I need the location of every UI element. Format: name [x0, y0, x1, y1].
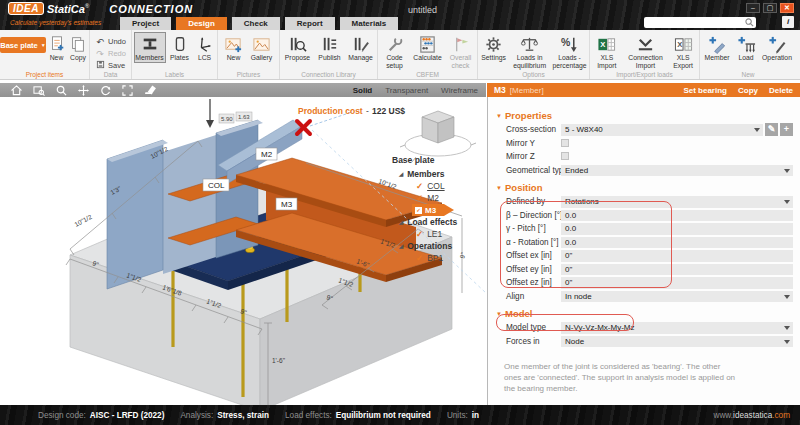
- settings-button[interactable]: Settings: [479, 32, 508, 63]
- info-button[interactable]: i: [782, 16, 794, 28]
- new-project-item-button[interactable]: New: [47, 32, 66, 63]
- members-labels-button[interactable]: Members: [134, 32, 166, 63]
- group-connection-library: Propose Publish Manage Connection Librar…: [280, 30, 378, 79]
- zoom-window-icon[interactable]: [33, 85, 45, 96]
- view-mode-transparent[interactable]: Transparent: [385, 86, 428, 95]
- flags-icon: [451, 34, 470, 54]
- forces-in-dropdown[interactable]: Node: [561, 336, 793, 348]
- tab-materials[interactable]: Materials: [340, 17, 399, 30]
- ribbon-tabs: Project Design Check Report Materials: [120, 17, 398, 30]
- rotate-icon[interactable]: [100, 85, 111, 96]
- tab-report[interactable]: Report: [285, 17, 335, 30]
- undo-button[interactable]: ↶Undo: [95, 36, 126, 47]
- zoom-icon[interactable]: [56, 85, 67, 96]
- tree-section-members[interactable]: ◢Members: [399, 168, 484, 180]
- group-pictures: New Gallery Pictures: [218, 30, 280, 79]
- base-plate-dropdown[interactable]: Base plate▼: [0, 37, 46, 53]
- cross-section-dropdown[interactable]: 5 - W8X40: [561, 124, 763, 136]
- column-left-flange[interactable]: [107, 140, 168, 289]
- loads-percentage-button[interactable]: % Loads - percentage: [551, 32, 588, 70]
- mirror-y-checkbox[interactable]: [561, 139, 569, 147]
- new-picture-button[interactable]: New: [222, 32, 246, 63]
- website-link[interactable]: www.ideastatica.com: [714, 411, 790, 420]
- section-properties[interactable]: ▼Properties: [488, 108, 800, 123]
- chevron-down-icon: ▼: [496, 113, 505, 119]
- xls-import-icon: X: [597, 34, 616, 54]
- checkbox-checked-icon[interactable]: ✓: [415, 207, 422, 214]
- tree-item-m3-selected[interactable]: ✓M3: [412, 204, 454, 216]
- tree-item-le1[interactable]: ✓LE1: [416, 228, 484, 240]
- search-input[interactable]: [644, 17, 756, 28]
- publish-button[interactable]: Publish: [316, 32, 344, 63]
- connection-import-button[interactable]: Connection Import: [625, 32, 667, 70]
- xls-export-icon: X: [674, 34, 693, 54]
- tree-root-base-plate[interactable]: Base plate: [392, 155, 484, 168]
- new-load-button[interactable]: Load: [734, 32, 758, 63]
- gamma-pitch-input[interactable]: 0.0: [561, 223, 793, 235]
- m2-tag[interactable]: M2: [261, 150, 273, 159]
- save-button[interactable]: Save: [95, 60, 126, 71]
- view-mode-solid[interactable]: Solid: [353, 86, 373, 95]
- selected-object-name: M3: [494, 85, 506, 95]
- title-bar: IDEA StatiCa® CONNECTION Calculate yeste…: [0, 0, 800, 30]
- tab-project[interactable]: Project: [120, 17, 171, 30]
- defined-by-dropdown[interactable]: Rotations: [561, 196, 793, 208]
- calculate-button[interactable]: Calculate: [412, 32, 444, 63]
- tree-section-operations[interactable]: ◢Operations: [399, 240, 484, 252]
- propose-button[interactable]: Propose: [282, 32, 314, 63]
- minimize-button[interactable]: –: [746, 3, 760, 13]
- geometrical-type-dropdown[interactable]: Ended: [561, 165, 793, 177]
- manage-button[interactable]: Manage: [346, 32, 376, 63]
- offset-ez-input[interactable]: 0": [561, 277, 793, 289]
- alpha-rotation-input[interactable]: 0.0: [561, 237, 793, 249]
- check-icon: ✓: [416, 193, 423, 203]
- status-bar: Design code:AISC - LRFD (2022) Analysis:…: [0, 405, 800, 425]
- overall-check-button[interactable]: Overall check: [446, 32, 476, 70]
- svg-text:10"1/2: 10"1/2: [73, 213, 93, 228]
- section-model[interactable]: ▼Model: [488, 306, 800, 321]
- group-cbfem: Code setup Calculate Overall check CBFEM: [378, 30, 478, 79]
- tab-design[interactable]: Design: [176, 17, 227, 30]
- zoom-fit-icon[interactable]: [122, 85, 133, 96]
- loads-in-equilibrium-button[interactable]: Loads in equilibrium: [510, 32, 549, 70]
- m3-tag[interactable]: M3: [281, 200, 293, 209]
- copy-project-item-button[interactable]: Copy: [68, 32, 88, 63]
- offset-ey-input[interactable]: 0": [561, 264, 793, 276]
- code-setup-button[interactable]: Code setup: [380, 32, 410, 70]
- new-operation-button[interactable]: Operation: [760, 32, 794, 63]
- section-position[interactable]: ▼Position: [488, 180, 800, 195]
- tree-item-m2[interactable]: ✓M2: [416, 192, 484, 204]
- close-button[interactable]: ✕: [780, 3, 794, 13]
- delete-member-button[interactable]: Delete: [769, 86, 793, 95]
- tree-section-load-effects[interactable]: ◢Load effects: [399, 216, 484, 228]
- maximize-button[interactable]: ▢: [763, 3, 777, 13]
- edit-cross-section-button[interactable]: ✎: [765, 123, 778, 136]
- eraser-icon[interactable]: [144, 85, 157, 95]
- col-tag[interactable]: COL: [208, 181, 225, 190]
- offset-ex-input[interactable]: 0": [561, 250, 793, 262]
- new-member-button[interactable]: Member: [702, 32, 732, 63]
- row-defined-by: Defined by Rotations: [488, 195, 800, 209]
- tree-item-col[interactable]: ✓COL: [416, 180, 484, 192]
- align-dropdown[interactable]: In node: [561, 291, 793, 303]
- view-mode-wireframe[interactable]: Wireframe: [441, 86, 478, 95]
- gallery-button[interactable]: Gallery: [248, 32, 276, 63]
- xls-import-button[interactable]: X XLS Import: [591, 32, 623, 70]
- idea-logo: IDEA: [8, 2, 44, 15]
- pan-icon[interactable]: [78, 85, 89, 96]
- beta-direction-input[interactable]: 0.0: [561, 210, 793, 222]
- set-bearing-button[interactable]: Set bearing: [683, 86, 727, 95]
- plates-labels-button[interactable]: Plates: [168, 32, 192, 63]
- model-type-dropdown[interactable]: N-Vy-Vz-Mx-My-Mz: [561, 322, 793, 334]
- lcs-labels-button[interactable]: LCS: [194, 32, 216, 63]
- home-view-icon[interactable]: [11, 85, 22, 96]
- mirror-z-checkbox[interactable]: [561, 152, 569, 160]
- tab-check[interactable]: Check: [232, 17, 280, 30]
- copy-member-button[interactable]: Copy: [738, 86, 758, 95]
- row-offset-ez: Offset ez [in] 0": [488, 276, 800, 290]
- tree-item-bp1[interactable]: ✓BP1: [416, 252, 484, 264]
- redo-button[interactable]: ↷Redo: [95, 48, 126, 59]
- xls-export-button[interactable]: X XLS Export: [668, 32, 698, 70]
- add-cross-section-button[interactable]: +: [780, 123, 793, 136]
- viewport-3d[interactable]: 10"1/2 1'3" 10"1/2 9" 1"1/2 1'6"1/8 1"1/…: [0, 97, 486, 405]
